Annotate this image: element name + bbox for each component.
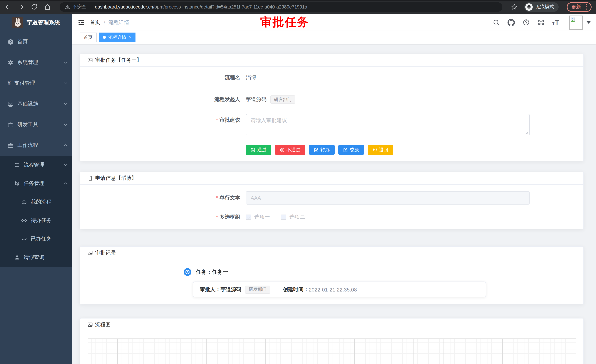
checkbox-option-2: 选项二 — [281, 214, 305, 220]
comment-row: *审批建议 — [80, 114, 583, 137]
top-navbar: 首页 / 流程详情 审批任务 — [72, 14, 596, 31]
edit-icon — [343, 147, 348, 152]
active-tab-dot — [103, 36, 106, 39]
help-icon[interactable] — [523, 19, 530, 26]
eye-closed-icon — [21, 236, 27, 242]
application-info-card: 申请信息【滔博】 *单行文本 *多选框组 选项一 — [80, 172, 584, 229]
reload-icon[interactable] — [31, 4, 37, 10]
initiator-value: 芋道源码 — [246, 96, 267, 103]
chevron-up-icon — [63, 181, 69, 186]
search-icon[interactable] — [493, 19, 500, 26]
checkbox-checked-icon — [246, 215, 251, 220]
breadcrumb-home[interactable]: 首页 — [90, 19, 100, 26]
edit-icon — [314, 147, 319, 152]
sidebar-item-system[interactable]: 系统管理 — [0, 52, 72, 73]
tab-home[interactable]: 首页 — [80, 33, 97, 42]
browser-window: 不安全 dashboard.yudao.iocoder.cn/bpm/proce… — [0, 0, 596, 364]
transfer-button[interactable]: 转办 — [309, 145, 335, 155]
chevron-down-icon — [63, 81, 69, 86]
created-time-value: 2022-01-21 22:35:08 — [309, 286, 357, 292]
list-icon — [14, 162, 20, 168]
sidebar-item-process-management[interactable]: 流程管理 — [0, 156, 72, 174]
avatar-broken-image — [569, 15, 583, 29]
single-line-text-input — [246, 191, 530, 204]
sidebar-item-workflow[interactable]: 工作流程 — [0, 135, 72, 156]
browser-menu-icon[interactable] — [585, 4, 587, 10]
process-name-value: 滔博 — [246, 74, 256, 81]
field-label: *多选框组 — [80, 214, 246, 220]
incognito-label: 无痕模式 — [536, 4, 554, 10]
field-label: 流程名 — [80, 74, 246, 81]
bpmn-canvas[interactable] — [88, 338, 576, 364]
sidebar: 芋道管理系统 首页 系统管理 ¥ 支付管理 — [0, 14, 72, 364]
sidebar-item-todo-tasks[interactable]: 待办任务 — [0, 211, 72, 230]
security-label: 不安全 — [73, 4, 86, 10]
back-icon[interactable] — [4, 4, 11, 10]
dashboard-icon — [7, 39, 14, 45]
user-icon — [14, 255, 20, 260]
sidebar-collapse-icon[interactable] — [72, 19, 90, 26]
url-path: /bpm/process-instance/detail?id=54aa251f… — [153, 4, 307, 9]
sidebar-item-label: 首页 — [17, 38, 28, 45]
robot-icon — [21, 199, 27, 205]
sidebar-item-label: 系统管理 — [17, 59, 38, 66]
home-icon[interactable] — [44, 4, 51, 10]
browser-toolbar: 不安全 dashboard.yudao.iocoder.cn/bpm/proce… — [0, 0, 596, 14]
forward-icon[interactable] — [18, 4, 24, 10]
return-button[interactable]: 退回 — [367, 145, 393, 155]
edit-icon — [251, 147, 255, 152]
approval-comment-input[interactable] — [246, 114, 530, 135]
checkbox-option-1: 选项一 — [246, 214, 270, 220]
clock-icon — [184, 268, 191, 276]
breadcrumb: 首页 / 流程详情 — [90, 19, 129, 26]
address-bar[interactable]: 不安全 dashboard.yudao.iocoder.cn/bpm/proce… — [60, 2, 502, 12]
task-title: 任务：任务一 — [196, 268, 228, 275]
approver-name: 芋道源码 — [221, 286, 241, 293]
field-label: *审批建议 — [80, 114, 246, 124]
sidebar-item-infrastructure[interactable]: 基础设施 — [0, 94, 72, 114]
workflow-submenu: 流程管理 任务管理 — [0, 156, 72, 267]
app-title: 芋道管理系统 — [27, 19, 60, 26]
user-menu[interactable] — [569, 15, 591, 29]
sidebar-item-done-tasks[interactable]: 已办任务 — [0, 230, 72, 248]
sidebar-item-leave-query[interactable]: 请假查询 — [0, 248, 72, 267]
tab-process-detail[interactable]: 流程详情 × — [99, 33, 135, 42]
browser-update-button[interactable]: 更新 — [566, 2, 592, 12]
rollback-icon — [372, 147, 377, 152]
sidebar-item-my-process[interactable]: 我的流程 — [0, 193, 72, 211]
process-name-row: 流程名 滔博 — [80, 74, 583, 81]
toolbox-icon — [7, 122, 14, 128]
github-icon[interactable] — [507, 19, 515, 26]
sidebar-logo-row[interactable]: 芋道管理系统 — [0, 14, 72, 31]
resize-handle-icon[interactable] — [525, 131, 529, 135]
toolbox-icon — [7, 142, 14, 148]
tab-label: 流程详情 — [108, 34, 126, 41]
url-host: dashboard.yudao.iocoder.cn — [95, 4, 153, 9]
chevron-down-icon — [63, 123, 69, 127]
close-icon[interactable]: × — [129, 35, 131, 40]
required-asterisk: * — [216, 214, 218, 220]
sidebar-item-label: 流程管理 — [24, 162, 45, 168]
bookmark-star-icon[interactable] — [511, 4, 517, 10]
update-label: 更新 — [571, 4, 581, 10]
reject-button[interactable]: 不通过 — [275, 145, 305, 155]
incognito-icon — [525, 3, 533, 11]
document-icon — [87, 175, 93, 181]
fullscreen-icon[interactable] — [537, 19, 544, 26]
diagram-card-header: 流程图 — [80, 319, 583, 331]
delegate-button[interactable]: 委派 — [338, 145, 364, 155]
font-size-icon[interactable]: TT — [552, 19, 561, 26]
checkbox-unchecked-icon — [281, 215, 286, 220]
field-label: 流程发起人 — [80, 96, 246, 103]
navbar-actions: TT — [493, 15, 596, 29]
sidebar-item-home[interactable]: 首页 — [0, 31, 72, 52]
approval-record-detail: 审批人： 芋道源码 研发部门 创建时间： 2022-01-21 22:35:08 — [193, 282, 486, 298]
approval-card-header: 审批任务【任务一】 — [80, 54, 583, 66]
checkbox-group-row: *多选框组 选项一 选项二 — [80, 213, 583, 221]
chevron-down-icon — [63, 163, 69, 167]
sidebar-item-payment[interactable]: ¥ 支付管理 — [0, 73, 72, 94]
approve-button[interactable]: 通过 — [246, 145, 271, 155]
sidebar-item-task-management[interactable]: 任务管理 — [0, 174, 72, 193]
sidebar-item-devtools[interactable]: 研发工具 — [0, 114, 72, 135]
sidebar-item-label: 我的流程 — [31, 199, 52, 205]
